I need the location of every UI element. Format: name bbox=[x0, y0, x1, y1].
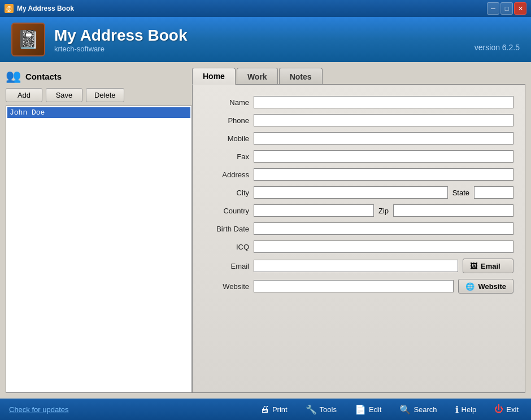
country-zip-row: Country Zip bbox=[204, 204, 513, 217]
fax-label: Fax bbox=[204, 152, 249, 161]
app-title-text: My Address Book krtech-software bbox=[54, 27, 187, 53]
tools-icon: 🔧 bbox=[306, 404, 317, 415]
help-icon: ℹ bbox=[455, 404, 459, 415]
main-content: 👥 Contacts Add Save Delete John Doe Home… bbox=[0, 62, 531, 399]
app-header-left: My Address Book krtech-software bbox=[11, 23, 187, 56]
contacts-buttons: Add Save Delete bbox=[6, 88, 192, 102]
app-icon: @ bbox=[5, 4, 14, 13]
print-tool[interactable]: 🖨 Print bbox=[257, 402, 291, 417]
website-icon: 🌐 bbox=[465, 282, 475, 291]
app-header: My Address Book krtech-software version … bbox=[0, 17, 531, 62]
search-icon: 🔍 bbox=[399, 404, 411, 415]
maximize-button[interactable]: □ bbox=[500, 2, 513, 15]
email-input[interactable] bbox=[254, 260, 458, 272]
delete-button[interactable]: Delete bbox=[86, 88, 124, 102]
status-tools: 🖨 Print 🔧 Tools 📄 Edit 🔍 Search ℹ Help ⏻… bbox=[257, 402, 522, 417]
search-label: Search bbox=[414, 405, 437, 414]
help-tool[interactable]: ℹ Help bbox=[452, 402, 480, 417]
city-state-fields: State bbox=[254, 186, 513, 199]
tab-home[interactable]: Home bbox=[192, 68, 236, 85]
address-row: Address bbox=[204, 168, 513, 181]
name-input[interactable] bbox=[254, 96, 513, 108]
mobile-input[interactable] bbox=[254, 132, 513, 145]
tab-notes[interactable]: Notes bbox=[279, 68, 323, 85]
email-row: Email 🖼 Email bbox=[204, 259, 513, 273]
phone-label: Phone bbox=[204, 116, 249, 125]
add-button[interactable]: Add bbox=[6, 88, 42, 102]
exit-tool[interactable]: ⏻ Exit bbox=[491, 402, 522, 417]
check-updates-link[interactable]: Check for updates bbox=[9, 405, 257, 414]
website-label: Website bbox=[204, 282, 249, 291]
search-tool[interactable]: 🔍 Search bbox=[396, 402, 440, 417]
email-button[interactable]: 🖼 Email bbox=[463, 259, 513, 273]
fax-input[interactable] bbox=[254, 150, 513, 163]
phone-input[interactable] bbox=[254, 114, 513, 126]
birthdate-label: Birth Date bbox=[204, 225, 249, 233]
app-title: My Address Book bbox=[54, 27, 187, 45]
tab-work[interactable]: Work bbox=[237, 68, 278, 85]
website-row: Website 🌐 Website bbox=[204, 279, 513, 294]
tools-label: Tools bbox=[320, 405, 337, 414]
edit-tool[interactable]: 📄 Edit bbox=[351, 402, 385, 417]
exit-label: Exit bbox=[506, 405, 519, 414]
birthdate-input[interactable] bbox=[254, 222, 513, 235]
website-input[interactable] bbox=[254, 280, 454, 292]
icq-label: ICQ bbox=[204, 243, 249, 251]
contacts-list[interactable]: John Doe bbox=[6, 106, 192, 393]
exit-icon: ⏻ bbox=[494, 404, 503, 414]
app-subtitle: krtech-software bbox=[54, 45, 105, 53]
tools-tool[interactable]: 🔧 Tools bbox=[302, 402, 340, 417]
phone-row: Phone bbox=[204, 114, 513, 126]
contacts-title: Contacts bbox=[25, 72, 62, 81]
app-logo bbox=[11, 23, 45, 56]
country-input[interactable] bbox=[254, 204, 374, 217]
icq-input[interactable] bbox=[254, 240, 513, 253]
zip-input[interactable] bbox=[393, 204, 513, 217]
titlebar: @ My Address Book ─ □ ✕ bbox=[0, 0, 531, 17]
mobile-label: Mobile bbox=[204, 134, 249, 143]
city-state-row: City State bbox=[204, 186, 513, 199]
name-label: Name bbox=[204, 98, 249, 107]
contacts-header: 👥 Contacts bbox=[6, 68, 192, 85]
state-input[interactable] bbox=[474, 186, 513, 199]
titlebar-controls: ─ □ ✕ bbox=[487, 2, 526, 15]
mobile-row: Mobile bbox=[204, 132, 513, 145]
titlebar-left: @ My Address Book bbox=[5, 4, 74, 13]
email-label: Email bbox=[204, 262, 249, 270]
city-label: City bbox=[204, 189, 249, 197]
right-panel: Home Work Notes Name Phone Mobil bbox=[192, 68, 525, 393]
minimize-button[interactable]: ─ bbox=[487, 2, 499, 15]
address-input[interactable] bbox=[254, 168, 513, 181]
close-button[interactable]: ✕ bbox=[514, 2, 526, 15]
fax-row: Fax bbox=[204, 150, 513, 163]
website-fields: 🌐 Website bbox=[254, 279, 513, 294]
tabs: Home Work Notes bbox=[192, 68, 525, 85]
titlebar-title: My Address Book bbox=[17, 5, 74, 12]
email-fields: 🖼 Email bbox=[254, 259, 513, 273]
address-label: Address bbox=[204, 170, 249, 179]
zip-label: Zip bbox=[378, 207, 389, 215]
print-label: Print bbox=[272, 405, 288, 414]
country-label: Country bbox=[204, 207, 249, 215]
statusbar: Check for updates 🖨 Print 🔧 Tools 📄 Edit… bbox=[0, 399, 531, 420]
edit-icon: 📄 bbox=[355, 404, 366, 415]
form-panel: Name Phone Mobile Fax Address bbox=[192, 84, 525, 393]
state-label: State bbox=[452, 189, 469, 197]
city-input[interactable] bbox=[254, 186, 448, 199]
app-version: version 6.2.5 bbox=[475, 43, 520, 56]
website-button[interactable]: 🌐 Website bbox=[458, 279, 513, 294]
icq-row: ICQ bbox=[204, 240, 513, 253]
print-icon: 🖨 bbox=[260, 404, 269, 414]
birthdate-row: Birth Date bbox=[204, 222, 513, 235]
name-row: Name bbox=[204, 96, 513, 108]
contacts-icon: 👥 bbox=[6, 69, 21, 84]
help-label: Help bbox=[462, 405, 477, 414]
edit-label: Edit bbox=[369, 405, 381, 414]
save-button[interactable]: Save bbox=[46, 88, 82, 102]
country-zip-fields: Zip bbox=[254, 204, 513, 217]
left-panel: 👥 Contacts Add Save Delete John Doe bbox=[6, 68, 192, 393]
contact-item-john-doe[interactable]: John Doe bbox=[7, 107, 190, 118]
email-icon: 🖼 bbox=[470, 262, 477, 270]
